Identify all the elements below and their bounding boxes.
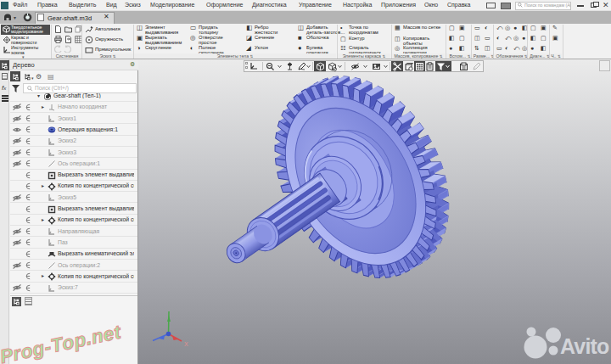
- svg-text:Avito: Avito: [560, 334, 609, 358]
- svg-text:X: X: [184, 341, 188, 347]
